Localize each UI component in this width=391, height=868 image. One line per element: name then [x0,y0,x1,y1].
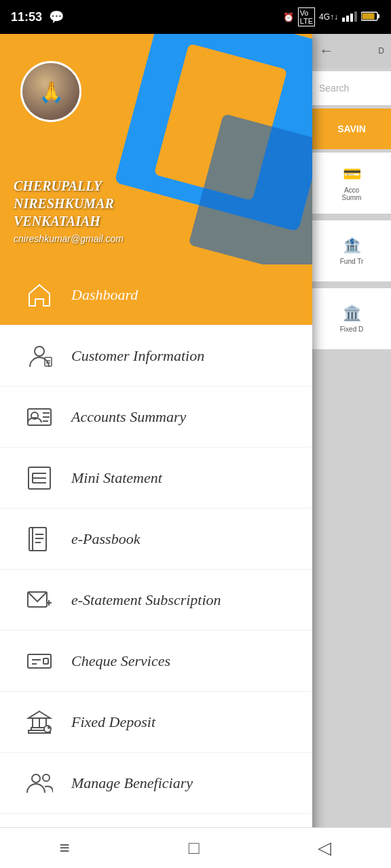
signal-bars-icon [342,11,357,24]
fixed-deposit-label: Fixed Deposit [71,713,155,731]
accounts-summary-label: Accounts Summary [71,408,186,426]
svg-point-41 [32,774,40,783]
drawer-menu: CHERUPALLYNIRESHKUMARVENKATAIAH cnireshk… [0,34,312,868]
id-card-icon [20,401,58,432]
menu-list: Dashboard Customer Information [0,264,312,868]
sidebar-item-manage-beneficiary[interactable]: Manage Beneficiary [0,753,312,814]
svg-marker-33 [29,711,50,718]
savings-label: SAVIN [337,123,366,134]
right-top-bar: ← D [312,34,391,68]
e-statement-subscription-label: e-Statement Subscription [71,591,221,609]
manage-beneficiary-label: Manage Beneficiary [71,774,193,792]
time-display: 11:53 [11,10,42,24]
status-bar: 11:53 💬 ⏰ VoLTE 4G↑↓ [0,0,391,34]
mini-statement-label: Mini Statement [71,469,162,487]
list-icon [20,462,58,493]
nav-menu-button[interactable]: ≡ [53,831,77,865]
svg-rect-3 [354,12,357,22]
right-panel: ← D Search SAVIN 💳 AccoSumm 🏦 Fund Tr 🏛️… [312,34,391,868]
user-name: CHERUPALLYNIRESHKUMARVENKATAIAH [14,177,124,230]
accounts-card-icon: 💳 [343,165,361,183]
svg-rect-6 [362,13,375,19]
sidebar-item-accounts-summary[interactable]: Accounts Summary [0,387,312,448]
sidebar-item-e-statement-subscription[interactable]: e-Statement Subscription [0,570,312,631]
dashboard-label: Dashboard [71,286,138,304]
accounts-card-label: AccoSumm [342,186,362,201]
fund-transfer-card-icon: 🏦 [343,237,361,254]
nav-home-button[interactable]: □ [182,831,206,865]
sidebar-item-customer-information[interactable]: Customer Information [0,326,312,387]
status-right: ⏰ VoLTE 4G↑↓ [283,7,380,26]
square-icon: □ [189,837,200,859]
svg-point-40 [48,727,50,728]
alarm-icon: ⏰ [283,12,294,22]
savings-button[interactable]: SAVIN [312,108,391,149]
e-passbook-label: e-Passbook [71,530,140,548]
cheque-services-label: Cheque Services [71,652,170,670]
svg-point-7 [35,347,44,356]
sidebar-item-dashboard[interactable]: Dashboard [0,264,312,326]
status-left: 11:53 💬 [11,9,64,24]
passbook-icon [20,524,58,554]
avatar-image [22,63,79,120]
svg-rect-5 [377,14,379,18]
volte-icon: VoLTE [298,7,315,26]
email-plus-icon [20,585,58,615]
svg-rect-0 [342,18,345,22]
nav-back-button[interactable]: ◁ [311,831,338,865]
whatsapp-icon: 💬 [49,9,64,24]
right-card-fund-transfer[interactable]: 🏦 Fund Tr [312,220,391,281]
bank-icon [20,707,58,737]
avatar [20,61,81,122]
svg-rect-2 [350,14,353,22]
person-icon [20,340,58,371]
drawer-header: CHERUPALLYNIRESHKUMARVENKATAIAH cnireshk… [0,34,312,264]
main-container: CHERUPALLYNIRESHKUMARVENKATAIAH cnireshk… [0,34,391,868]
sidebar-item-fixed-deposit[interactable]: Fixed Deposit [0,692,312,753]
battery-icon [361,11,380,24]
sidebar-item-e-passbook[interactable]: e-Passbook [0,509,312,570]
nav-bar: ≡ □ ◁ [0,827,391,868]
right-search-bar: Search [312,71,391,105]
svg-rect-29 [28,654,51,668]
user-email: cnireshkumar@gmail.com [14,233,124,244]
sidebar-item-mini-statement[interactable]: Mini Statement [0,448,312,509]
svg-point-42 [43,774,50,781]
fund-transfer-card-label: Fund Tr [340,258,363,265]
back-triangle-icon: ◁ [318,837,331,859]
cheque-icon [20,646,58,676]
search-placeholder-text: Search [319,83,349,94]
home-icon [20,279,58,310]
svg-rect-32 [43,658,48,664]
signal-4g-icon: 4G↑↓ [319,12,338,22]
right-card-fixed-deposit[interactable]: 🏛️ Fixed D [312,288,391,349]
user-info: CHERUPALLYNIRESHKUMARVENKATAIAH cnireshk… [14,177,124,244]
fixed-deposit-card-icon: 🏛️ [343,304,361,322]
customer-information-label: Customer Information [71,347,204,365]
people-icon [20,768,58,798]
svg-point-39 [44,726,51,732]
back-icon[interactable]: ← [319,42,334,60]
hamburger-icon: ≡ [60,837,70,859]
right-card-accounts[interactable]: 💳 AccoSumm [312,153,391,214]
fixed-deposit-card-label: Fixed D [340,326,363,333]
sidebar-item-cheque-services[interactable]: Cheque Services [0,631,312,692]
svg-rect-1 [346,16,349,22]
right-top-text: D [378,46,384,56]
